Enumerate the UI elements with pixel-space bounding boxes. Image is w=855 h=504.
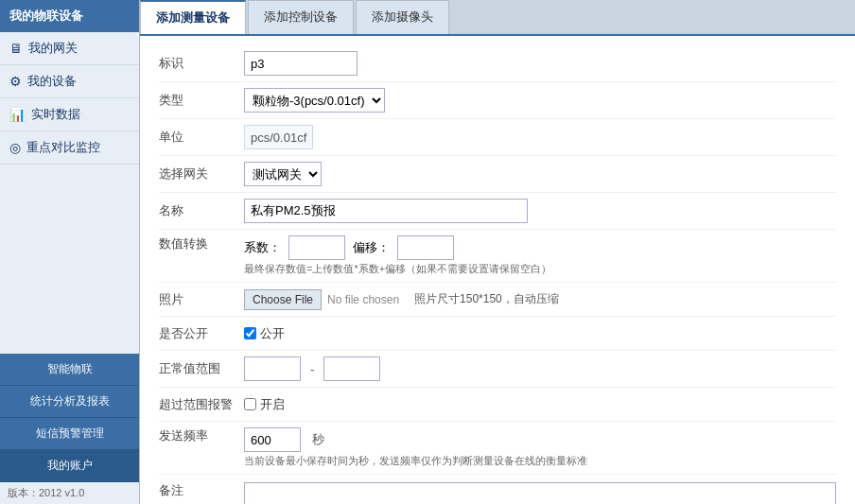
- photo-content: Choose File No file chosen 照片尺寸150*150，自…: [244, 289, 836, 310]
- sidebar: 我的物联设备 🖥 我的网关 ⚙ 我的设备 📊 实时数据 ◎ 重点对比监控 智能物…: [0, 0, 140, 504]
- form-row-photo: 照片 Choose File No file chosen 照片尺寸150*15…: [159, 283, 836, 317]
- unit-value: pcs/0.01cf: [244, 125, 313, 149]
- sidebar-item-gateway-label: 我的网关: [28, 40, 78, 57]
- sidebar-item-monitor[interactable]: ◎ 重点对比监控: [0, 131, 139, 165]
- unit-content: pcs/0.01cf: [244, 125, 836, 149]
- name-input[interactable]: [244, 199, 528, 223]
- type-label: 类型: [159, 92, 244, 109]
- tab-bar: 添加测量设备 添加控制设备 添加摄像头: [140, 0, 855, 36]
- freq-inputs: 秒: [244, 427, 836, 452]
- sidebar-bottom-account[interactable]: 我的账户: [0, 450, 139, 482]
- sidebar-version: 版本：2012 v1.0: [0, 482, 139, 504]
- offset-input[interactable]: [397, 235, 454, 260]
- photo-hint: 照片尺寸150*150，自动压缩: [414, 291, 559, 307]
- alert-label: 超过范围报警: [159, 396, 244, 413]
- alert-content: 开启: [244, 396, 836, 413]
- unit-label: 单位: [159, 129, 244, 146]
- freq-hint: 当前设备最小保存时间为秒，发送频率仅作为判断测量设备在线的衡量标准: [244, 454, 836, 468]
- tab-control[interactable]: 添加控制设备: [248, 0, 354, 34]
- form-row-unit: 单位 pcs/0.01cf: [159, 119, 836, 156]
- sidebar-item-gateway[interactable]: 🖥 我的网关: [0, 32, 139, 65]
- conversion-inputs: 系数： 偏移：: [244, 235, 836, 260]
- photo-label: 照片: [159, 291, 244, 308]
- form-row-gateway: 选择网关 测试网关: [159, 156, 836, 193]
- realtime-icon: 📊: [9, 107, 26, 122]
- public-label: 是否公开: [159, 325, 244, 342]
- sidebar-item-devices[interactable]: ⚙ 我的设备: [0, 65, 139, 98]
- range-max-input[interactable]: [323, 356, 380, 381]
- conversion-label: 数值转换: [159, 235, 244, 252]
- choose-file-button[interactable]: Choose File: [244, 289, 322, 310]
- form-area: 标识 类型 颗粒物-3(pcs/0.01cf) 单位 pcs/0.01cf 选择…: [140, 36, 855, 504]
- public-checkbox-row: 公开: [244, 325, 285, 342]
- monitor-icon: ◎: [9, 140, 21, 155]
- notes-label: 备注: [159, 482, 244, 499]
- name-content: [244, 199, 836, 223]
- tab-measure[interactable]: 添加测量设备: [140, 0, 246, 34]
- form-row-conversion: 数值转换 系数： 偏移： 最终保存数值=上传数值*系数+偏移（如果不需要设置请保…: [159, 230, 836, 283]
- freq-input[interactable]: [244, 427, 301, 452]
- form-row-public: 是否公开 公开: [159, 317, 836, 351]
- range-separator: -: [306, 362, 318, 376]
- notes-textarea[interactable]: [244, 482, 836, 504]
- form-row-type: 类型 颗粒物-3(pcs/0.01cf): [159, 82, 836, 119]
- sidebar-item-realtime-label: 实时数据: [31, 106, 80, 123]
- sidebar-bottom-sms[interactable]: 短信预警管理: [0, 418, 139, 450]
- alert-text: 开启: [260, 396, 285, 413]
- type-content: 颗粒物-3(pcs/0.01cf): [244, 88, 836, 113]
- gateway-icon: 🖥: [9, 41, 23, 56]
- form-row-frequency: 发送频率 秒 当前设备最小保存时间为秒，发送频率仅作为判断测量设备在线的衡量标准: [159, 422, 836, 475]
- notes-content: Arduino.CN: [244, 482, 836, 504]
- sidebar-bottom-stats[interactable]: 统计分析及报表: [0, 386, 139, 418]
- sidebar-bottom: 智能物联 统计分析及报表 短信预警管理 我的账户 版本：2012 v1.0: [0, 354, 139, 504]
- alert-checkbox-row: 开启: [244, 396, 285, 413]
- gateway-select[interactable]: 测试网关: [244, 162, 322, 186]
- range-min-input[interactable]: [244, 356, 301, 381]
- public-content: 公开: [244, 325, 836, 342]
- conversion-hint: 最终保存数值=上传数值*系数+偏移（如果不需要设置请保留空白）: [244, 262, 836, 276]
- id-label: 标识: [159, 55, 244, 72]
- public-text: 公开: [260, 325, 285, 342]
- coeff-input[interactable]: [288, 235, 345, 260]
- form-row-id: 标识: [159, 45, 836, 82]
- sidebar-item-devices-label: 我的设备: [27, 73, 77, 90]
- tab-camera[interactable]: 添加摄像头: [356, 0, 449, 34]
- main-content: 添加测量设备 添加控制设备 添加摄像头 标识 类型 颗粒物-3(pcs/0.01…: [140, 0, 855, 504]
- gateway-label: 选择网关: [159, 165, 244, 182]
- public-checkbox[interactable]: [244, 327, 256, 339]
- coeff-label: 系数：: [244, 239, 281, 256]
- range-label: 正常值范围: [159, 360, 244, 377]
- form-row-alert: 超过范围报警 开启: [159, 388, 836, 422]
- sidebar-title: 我的物联设备: [0, 0, 139, 32]
- form-row-notes: 备注 Arduino.CN: [159, 475, 836, 504]
- offset-label: 偏移：: [353, 239, 390, 256]
- conversion-content: 系数： 偏移： 最终保存数值=上传数值*系数+偏移（如果不需要设置请保留空白）: [244, 235, 836, 276]
- sidebar-item-monitor-label: 重点对比监控: [26, 139, 100, 156]
- sidebar-item-realtime[interactable]: 📊 实时数据: [0, 98, 139, 131]
- name-label: 名称: [159, 202, 244, 219]
- alert-checkbox[interactable]: [244, 398, 256, 410]
- id-input[interactable]: [244, 51, 358, 76]
- file-chosen-text: No file chosen: [327, 293, 399, 306]
- form-row-range: 正常值范围 -: [159, 351, 836, 388]
- freq-content: 秒 当前设备最小保存时间为秒，发送频率仅作为判断测量设备在线的衡量标准: [244, 427, 836, 468]
- devices-icon: ⚙: [9, 74, 22, 89]
- freq-label: 发送频率: [159, 427, 244, 444]
- range-content: -: [244, 356, 836, 381]
- form-row-name: 名称: [159, 193, 836, 230]
- type-select[interactable]: 颗粒物-3(pcs/0.01cf): [244, 88, 385, 113]
- gateway-content: 测试网关: [244, 162, 836, 186]
- freq-unit: 秒: [312, 431, 324, 448]
- sidebar-bottom-iot[interactable]: 智能物联: [0, 354, 139, 386]
- id-content: [244, 51, 836, 76]
